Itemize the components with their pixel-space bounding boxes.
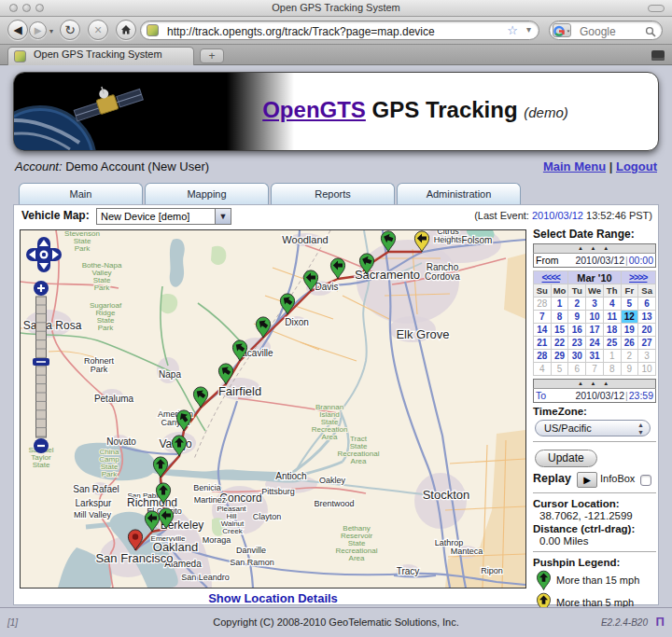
calendar-day-23[interactable]: 23 — [568, 337, 586, 350]
update-button[interactable]: Update — [535, 450, 597, 467]
city-label: Clayton — [253, 512, 282, 521]
calendar-day-outside[interactable]: 8 — [603, 363, 621, 376]
calendar-day-8[interactable]: 8 — [551, 311, 568, 324]
calendar-day-outside[interactable]: 4 — [534, 363, 552, 376]
calendar-day-9[interactable]: 9 — [568, 311, 586, 324]
chevron-down-icon[interactable]: ▼ — [215, 209, 231, 224]
calendar-day-outside[interactable]: 9 — [621, 363, 638, 376]
calendar-day-16[interactable]: 16 — [568, 324, 586, 337]
calendar-next-button[interactable]: >>>> — [629, 272, 647, 283]
reload-button[interactable]: ↻ — [60, 20, 80, 40]
calendar-day-3[interactable]: 3 — [586, 298, 604, 311]
calendar-day-outside[interactable]: 2 — [621, 350, 638, 363]
url-dropdown-icon[interactable]: ▾ — [526, 24, 531, 35]
calendar-day-outside[interactable]: 3 — [638, 350, 656, 363]
city-label: Elk Grove — [396, 327, 449, 341]
calendar-day-1[interactable]: 1 — [551, 298, 568, 311]
calendar-day-30[interactable]: 30 — [568, 350, 586, 363]
calendar-day-outside[interactable]: 10 — [638, 363, 656, 376]
device-select[interactable]: New Device [demo] ▼ — [96, 208, 231, 225]
calendar-day-18[interactable]: 18 — [603, 324, 621, 337]
calendar-day-12[interactable]: 12 — [621, 311, 638, 324]
calendar-day-outside[interactable]: 7 — [586, 363, 604, 376]
last-event-time: 13:52:46 PST) — [583, 210, 652, 221]
link-separator: | — [606, 159, 616, 173]
logout-link[interactable]: Logout — [616, 159, 657, 173]
tab-title: Open GPS Tracking System — [34, 48, 162, 60]
calendar-day-28[interactable]: 28 — [534, 350, 552, 363]
url-input[interactable] — [165, 24, 473, 39]
google-engine-icon[interactable] — [553, 23, 571, 37]
calendar-day-25[interactable]: 25 — [603, 337, 621, 350]
opengts-link[interactable]: OpenGTS — [262, 97, 366, 122]
calendar-day-7[interactable]: 7 — [534, 311, 552, 324]
vehicle-map-label: Vehicle Map: — [21, 209, 90, 222]
new-tab-button[interactable]: + — [200, 48, 224, 63]
url-bar[interactable]: ☆ ▾ — [140, 21, 539, 40]
from-date-spinners[interactable]: ▲ ▲ ▲ — [534, 244, 656, 254]
stop-button[interactable]: × — [88, 20, 108, 40]
legend-label: More than 5 mph — [556, 597, 634, 608]
calendar-day-outside[interactable]: 1 — [603, 350, 621, 363]
tab-reports[interactable]: Reports — [271, 183, 395, 204]
replay-play-button[interactable]: ▶ — [577, 472, 597, 488]
city-label: San Francisco — [95, 551, 173, 565]
calendar-day-5[interactable]: 5 — [621, 298, 638, 311]
calendar-prev-button[interactable]: <<<< — [542, 272, 560, 283]
calendar-day-29[interactable]: 29 — [551, 350, 568, 363]
calendar-day-14[interactable]: 14 — [534, 324, 552, 337]
home-button[interactable] — [116, 20, 136, 40]
forward-button[interactable]: ▶ — [29, 21, 47, 39]
city-label: Dixon — [285, 317, 309, 327]
search-box[interactable] — [549, 21, 663, 40]
history-dropdown-icon[interactable]: ▾ — [49, 27, 53, 35]
main-menu-link[interactable]: Main Menu — [543, 159, 606, 173]
calendar-day-15[interactable]: 15 — [551, 324, 568, 337]
last-event-date[interactable]: 2010/03/12 — [532, 210, 583, 221]
titlebar: Open GPS Tracking System — [0, 0, 672, 17]
tab-mapping[interactable]: Mapping — [145, 183, 269, 204]
to-date-spinners[interactable]: ▲ ▲ ▲ — [534, 380, 656, 389]
calendar-day-31[interactable]: 31 — [586, 350, 604, 363]
calendar-day-10[interactable]: 10 — [586, 311, 604, 324]
tab-list-icon[interactable] — [651, 50, 665, 61]
calendar-day-13[interactable]: 13 — [638, 311, 656, 324]
tab-administration[interactable]: Administration — [397, 183, 521, 204]
calendar-day-27[interactable]: 27 — [638, 337, 656, 350]
footer: [1] Copyright (C) 2008-2010 GeoTelematic… — [0, 607, 672, 637]
infobox-checkbox[interactable] — [640, 475, 651, 486]
tab-open-gps-tracking[interactable]: Open GPS Tracking System — [7, 47, 194, 65]
calendar-day-outside[interactable]: 6 — [568, 363, 586, 376]
calendar-day-20[interactable]: 20 — [638, 324, 656, 337]
calendar-day-11[interactable]: 11 — [603, 311, 621, 324]
city-label: Oakley — [319, 476, 346, 485]
search-icon[interactable] — [645, 24, 656, 41]
calendar-day-22[interactable]: 22 — [551, 337, 568, 350]
to-value[interactable]: 2010/03/12|23:59 — [575, 390, 653, 401]
calendar-day-17[interactable]: 17 — [586, 324, 604, 337]
calendar-day-6[interactable]: 6 — [638, 298, 656, 311]
timezone-select[interactable]: US/Pacific ▲▼ — [535, 420, 651, 436]
toolbar-toggle-button[interactable] — [648, 5, 665, 12]
bookmark-star-icon[interactable]: ☆ — [507, 23, 518, 37]
calendar-day-19[interactable]: 19 — [621, 324, 638, 337]
calendar-day-24[interactable]: 24 — [586, 337, 604, 350]
calendar-day-21[interactable]: 21 — [534, 337, 552, 350]
city-label: San Rafael — [73, 484, 119, 494]
from-value[interactable]: 2010/03/12|00:00 — [575, 255, 653, 266]
last-event-prefix: (Last Event: — [474, 210, 532, 221]
show-location-details-link[interactable]: Show Location Details — [208, 591, 338, 605]
search-input[interactable] — [578, 24, 637, 39]
calendar-day-26[interactable]: 26 — [621, 337, 638, 350]
calendar-day-2[interactable]: 2 — [568, 298, 586, 311]
tab-main[interactable]: Main — [19, 183, 143, 204]
calendar-day-outside[interactable]: 5 — [551, 363, 568, 376]
calendar-day-outside[interactable]: 28 — [534, 298, 552, 311]
from-date-box: ▲ ▲ ▲ From 2010/03/12|00:00 — [533, 243, 656, 268]
calendar-day-4[interactable]: 4 — [603, 298, 621, 311]
city-label: Pittsburg — [261, 487, 295, 496]
tab-favicon — [14, 50, 26, 62]
city-label: San Leandro — [181, 573, 230, 582]
back-button[interactable]: ◀ — [7, 20, 28, 40]
map-canvas[interactable]: StevensonStateParkBothe-NapaValleyStateP… — [20, 229, 526, 589]
